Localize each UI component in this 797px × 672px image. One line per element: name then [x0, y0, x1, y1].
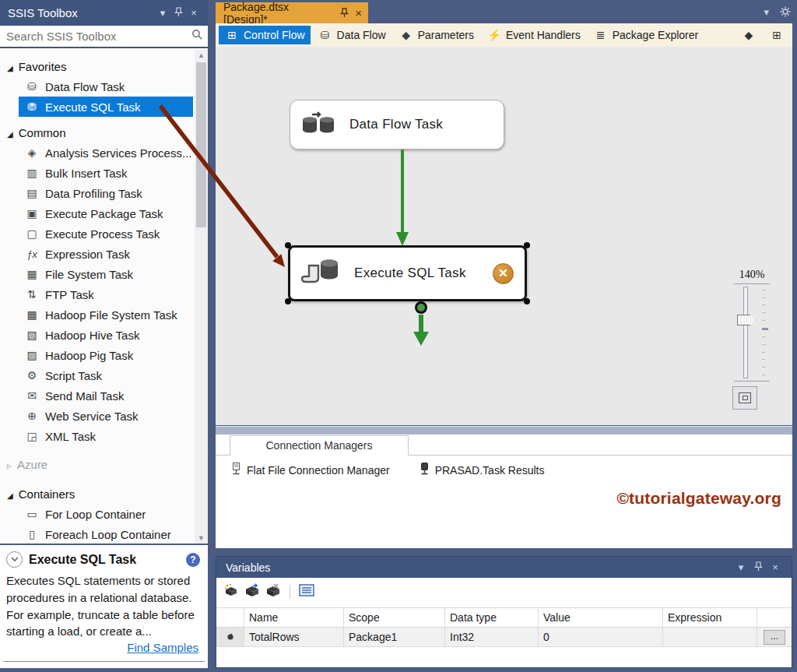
tab-data-flow[interactable]: Data Flow	[312, 26, 391, 44]
bulk-insert-icon	[23, 167, 40, 179]
toolbox-item-ftp[interactable]: FTP Task	[0, 284, 195, 304]
collapse-chevron-icon[interactable]	[6, 551, 23, 568]
variable-data-type[interactable]: Int32	[445, 628, 539, 646]
toolbox-item-for-loop[interactable]: For Loop Container	[0, 504, 195, 524]
toolbox-item-hadoop-file-system[interactable]: Hadoop File System Task	[0, 304, 195, 325]
toolbox-item-foreach-loop[interactable]: Foreach Loop Container	[0, 524, 195, 544]
column-header-scope[interactable]: Scope	[344, 608, 445, 627]
data-profiling-icon	[23, 187, 40, 199]
horizontal-splitter[interactable]	[216, 426, 792, 435]
task-execute-sql[interactable]: Execute SQL Task ✕	[288, 245, 527, 301]
scroll-down-icon[interactable]: ▼	[195, 533, 208, 544]
toolbox-item-hadoop-hive[interactable]: Hadoop Hive Task	[0, 325, 195, 345]
document-tab[interactable]: Package.dtsx [Design]*	[216, 2, 368, 23]
variables-menu-chevron-icon[interactable]	[732, 561, 750, 573]
connection-managers-tab[interactable]: Connection Managers	[230, 435, 409, 456]
toolbox-item-bulk-insert[interactable]: Bulk Insert Task	[0, 163, 195, 183]
tab-event-handlers[interactable]: Event Handlers	[481, 26, 586, 44]
zoom-control: 140%	[732, 269, 771, 410]
oledb-connection-icon	[420, 463, 430, 478]
tab-parameters[interactable]: Parameters	[393, 26, 479, 44]
column-header-value[interactable]: Value	[539, 608, 663, 627]
toolbox-item-hadoop-pig[interactable]: Hadoop Pig Task	[0, 345, 195, 365]
toolbox-item-xml[interactable]: XML Task	[0, 426, 195, 446]
toolbox-section-azure[interactable]: Azure	[0, 454, 195, 474]
variables-close-icon[interactable]	[767, 561, 784, 573]
scroll-up-icon[interactable]: ▲	[195, 50, 208, 61]
toolbox-close-icon[interactable]	[186, 7, 202, 19]
toolbox-item-execute-process[interactable]: Execute Process Task	[0, 223, 195, 244]
toolbox-item-web-service[interactable]: Web Service Task	[0, 406, 195, 426]
toolbox-item-execute-package[interactable]: Execute Package Task	[0, 203, 195, 223]
zoom-slider-thumb[interactable]	[737, 315, 756, 325]
control-flow-icon	[224, 29, 240, 41]
variable-value[interactable]: 0	[539, 628, 663, 646]
toolbox-section-favorites[interactable]: Favorites	[0, 56, 195, 76]
delete-variable-icon[interactable]	[266, 583, 281, 600]
tab-control-flow[interactable]: Control Flow	[219, 26, 311, 44]
window-chevron-icon[interactable]	[764, 6, 769, 19]
divider	[734, 381, 770, 382]
toolbox-section-common[interactable]: Common	[0, 122, 195, 142]
script-icon	[23, 369, 40, 382]
variable-expression[interactable]	[663, 628, 757, 646]
package-explorer-icon	[593, 29, 609, 41]
toolbox-menu-chevron-icon[interactable]	[155, 7, 170, 19]
description-text: Executes SQL statements or stored proced…	[6, 572, 200, 640]
find-samples-link[interactable]: Find Samples	[127, 641, 198, 654]
variables-pin-icon[interactable]	[750, 561, 767, 574]
toolbox-item-file-system[interactable]: File System Task	[0, 264, 195, 284]
toolbox-item-expression[interactable]: Expression Task	[0, 244, 195, 264]
package-icon[interactable]	[741, 29, 757, 41]
toolbox-item-data-profiling[interactable]: Data Profiling Task	[0, 183, 195, 203]
selection-handle[interactable]	[524, 298, 530, 304]
zoom-slider[interactable]	[732, 287, 771, 378]
variables-grid-icon[interactable]	[769, 29, 785, 41]
precedence-arrow[interactable]	[395, 150, 409, 248]
tab-pin-icon[interactable]	[340, 8, 349, 18]
toolbox-item-analysis-services[interactable]: Analysis Services Process...	[0, 142, 195, 163]
zoom-slider-track[interactable]	[743, 287, 748, 378]
error-badge-icon[interactable]: ✕	[493, 263, 514, 284]
selection-handle[interactable]	[285, 298, 291, 304]
toolbox-section-containers[interactable]: Containers	[0, 484, 195, 504]
scrollbar-thumb[interactable]	[196, 62, 206, 227]
toolbox-item-send-mail[interactable]: Send Mail Task	[0, 385, 195, 406]
connection-prasad-task-results[interactable]: PRASAD.Task Results	[420, 463, 545, 478]
toolbox-item-execute-sql-task[interactable]: Execute SQL Task	[19, 97, 193, 117]
toolbox-search-input[interactable]	[6, 30, 191, 43]
toolbox-item-script[interactable]: Script Task	[0, 365, 195, 385]
search-icon[interactable]	[191, 29, 203, 44]
help-icon[interactable]: ?	[186, 553, 200, 567]
grid-options-icon[interactable]	[299, 584, 314, 600]
design-surface[interactable]: Data Flow Task Execute SQL Task ✕ 140%	[216, 47, 792, 425]
add-variable-icon[interactable]	[224, 583, 239, 600]
ssis-toolbox-titlebar: SSIS Toolbox	[0, 0, 208, 26]
column-header-data-type[interactable]: Data type	[445, 608, 539, 627]
flat-file-connection-icon	[231, 463, 241, 478]
connection-flat-file[interactable]: Flat File Connection Manager	[231, 463, 390, 478]
fit-to-window-button[interactable]	[732, 386, 757, 410]
selection-handle[interactable]	[285, 242, 291, 248]
variable-name[interactable]: TotalRows	[244, 628, 344, 646]
task-data-flow[interactable]: Data Flow Task	[290, 100, 504, 150]
move-variable-icon[interactable]	[245, 583, 260, 600]
ftp-icon	[23, 288, 40, 301]
tab-close-icon[interactable]	[355, 6, 362, 19]
toolbox-item-data-flow-task[interactable]: Data Flow Task	[0, 76, 195, 97]
variable-scope[interactable]: Package1	[344, 628, 445, 646]
toolbox-scrollbar[interactable]: ▲ ▼	[195, 50, 208, 544]
gear-icon[interactable]	[780, 6, 791, 19]
header-icon-cell	[216, 608, 244, 627]
document-area: Package.dtsx [Design]* Control Flow Data…	[208, 0, 797, 672]
new-precedence-arrow[interactable]	[412, 315, 430, 347]
variable-row[interactable]: TotalRows Package1 Int32 0 ...	[216, 628, 792, 647]
expanded-triangle-icon	[7, 487, 13, 501]
toolbox-pin-icon[interactable]	[170, 7, 186, 19]
tab-package-explorer[interactable]: Package Explorer	[588, 26, 704, 44]
output-connector[interactable]	[415, 301, 427, 314]
column-header-expression[interactable]: Expression	[663, 608, 757, 627]
selection-handle[interactable]	[524, 242, 530, 248]
column-header-name[interactable]: Name	[244, 608, 344, 627]
expression-builder-button[interactable]: ...	[764, 630, 785, 645]
